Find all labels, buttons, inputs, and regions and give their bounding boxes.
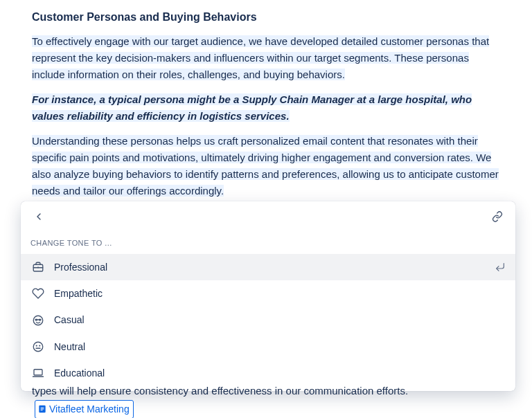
tone-option-professional[interactable]: Professional xyxy=(21,254,515,280)
document-icon xyxy=(37,404,47,414)
svg-point-7 xyxy=(39,345,40,346)
tone-option-empathetic[interactable]: Empathetic xyxy=(21,280,515,307)
trailing-text: types will help ensure consistency and e… xyxy=(32,385,408,397)
neutral-face-icon xyxy=(30,339,46,354)
paragraph-2-example: For instance, a typical persona might be… xyxy=(32,91,500,125)
svg-point-6 xyxy=(36,345,37,346)
tone-option-casual[interactable]: Casual xyxy=(21,307,515,333)
briefcase-icon xyxy=(30,260,46,275)
paragraph-1: To effectively engage with our target au… xyxy=(32,33,500,83)
heart-icon xyxy=(30,286,46,301)
tone-option-label: Empathetic xyxy=(54,286,506,301)
enter-icon xyxy=(495,262,506,273)
chip-label: Vitafleet Marketing xyxy=(49,401,130,418)
section-label: CHANGE TONE TO ... xyxy=(21,230,515,254)
link-icon xyxy=(492,211,503,222)
trailing-paragraph: types will help ensure consistency and e… xyxy=(0,382,532,418)
link-button[interactable] xyxy=(489,208,506,225)
tone-option-label: Professional xyxy=(54,260,495,275)
tone-option-label: Educational xyxy=(54,365,506,381)
svg-rect-8 xyxy=(34,370,42,375)
tone-option-label: Casual xyxy=(54,312,506,327)
section-heading: Customer Personas and Buying Behaviors xyxy=(32,8,500,26)
sunglasses-face-icon xyxy=(30,313,46,328)
tone-popover: CHANGE TONE TO ... Professional Empathet… xyxy=(21,201,515,391)
svg-point-1 xyxy=(33,316,43,325)
back-button[interactable] xyxy=(30,208,47,225)
tone-option-label: Neutral xyxy=(54,339,506,354)
tone-menu: Professional Empathetic Casual Neutral xyxy=(21,254,515,391)
tone-option-neutral[interactable]: Neutral xyxy=(21,334,515,360)
chevron-left-icon xyxy=(33,211,44,222)
svg-point-4 xyxy=(33,342,43,352)
paragraph-3: Understanding these personas helps us cr… xyxy=(32,133,500,199)
laptop-icon xyxy=(30,365,46,381)
doc-link-chip-1[interactable]: Vitafleet Marketing xyxy=(35,400,134,419)
